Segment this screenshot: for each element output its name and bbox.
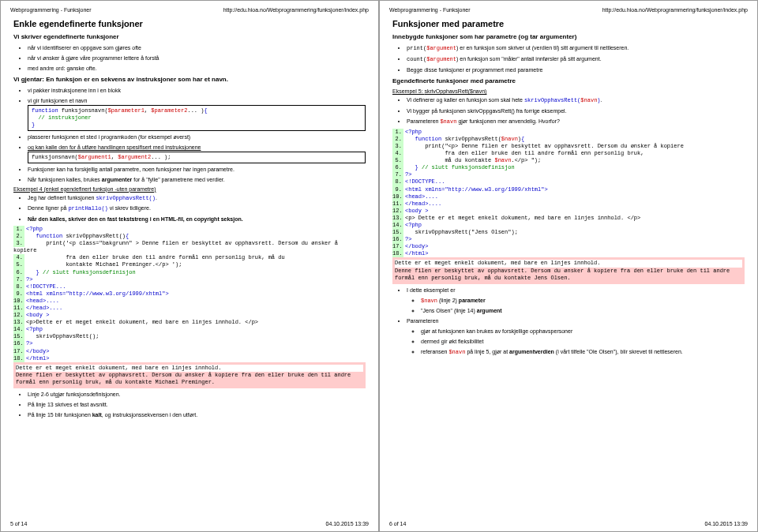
list-item: "Jens Olsen" (linje 14) argument — [421, 307, 745, 315]
output-line: Dette er et meget enkelt dokument, med b… — [395, 260, 742, 267]
t: på linje 5, gjør at — [465, 349, 509, 354]
t: Parameteren — [407, 318, 438, 324]
list-item: Når funksjonen kalles, brukes argumenter… — [28, 176, 366, 184]
list-ex5: Vi definerer og kaller en funksjon som s… — [392, 96, 745, 126]
t: for å "fylle" parametrene med verdier. — [132, 177, 224, 182]
t: print('<p class="bakgrunn" > Denne filen… — [46, 240, 338, 246]
output-line: Dette er et meget enkelt dokument, med b… — [16, 365, 363, 372]
fn: count( — [407, 56, 426, 62]
l: </head>.... — [405, 200, 441, 207]
subheading-userdef: Egendefinerte funksjoner med parametre — [392, 77, 745, 84]
list-item: Vi bygger på funksjonen skrivOppgavsRett… — [407, 107, 745, 115]
list-item: når vi ønsker å gjøre våre programmer le… — [28, 54, 366, 62]
t: skrivOpphavsRett($navn) — [424, 88, 486, 94]
var: $navn — [448, 349, 465, 355]
list-blocks: vi pakker instruksjonene inn i en blokk … — [13, 87, 366, 183]
t: fra den eller bruke den til andre formål… — [445, 150, 644, 156]
bold: argumentverdien — [509, 349, 554, 354]
text: vi gir funksjonen et navn — [28, 98, 88, 103]
l: </html> — [405, 250, 428, 257]
list-ex4: Jeg har definert funksjonen skrivOpphavs… — [13, 194, 366, 223]
code-listing-right: 1.<?php 2. function skrivOpphavsRett($na… — [392, 129, 745, 258]
var: $navn — [580, 97, 597, 103]
list-item: gjør at funksjonen kan brukes av forskje… — [421, 328, 745, 335]
l: <!DOCTYPE... — [405, 178, 445, 185]
page-header: Webprogrammering - Funksjoner http://edu… — [389, 7, 748, 13]
list-item: count($argument) en funksjon som "måler"… — [407, 55, 745, 64]
subheading-repeat: Vi gjentar: En funksjon er en sekvens av… — [13, 76, 366, 83]
bold: Når den kalles, skriver den en fast teks… — [28, 216, 243, 222]
t: kopiere — [13, 247, 36, 253]
l: <?php — [26, 226, 43, 232]
l: </head>.... — [26, 305, 62, 311]
timestamp: 04.10.2015 13:39 — [326, 521, 370, 526]
page-number: 6 of 14 — [389, 521, 406, 526]
l: ?> — [26, 340, 32, 347]
brace: } — [32, 122, 35, 128]
list-item: plasserer funksjonen et sted i programko… — [28, 133, 366, 141]
t: funksjonsnavn( — [58, 107, 108, 114]
t: Eksempel 5: — [392, 88, 424, 94]
t: I dette eksemplet er — [407, 287, 455, 293]
var: $argument — [426, 45, 456, 51]
kw: function — [415, 136, 442, 142]
l: ?> — [26, 276, 32, 283]
code-listing-left: 1.<?php 2. function skrivOpphavsRett(){ … — [13, 226, 366, 362]
var: $argument2 — [118, 154, 151, 160]
list-item: dermed gir økt fleksibilitet — [421, 338, 745, 346]
t: ... ) — [187, 107, 204, 114]
var: $argument1 — [78, 154, 111, 160]
t: vi skrev tidligere. — [108, 205, 151, 211]
fn: skrivOpphavsRett() — [96, 195, 156, 201]
list-footer-notes: Linje 2-6 utgjør funksjonsdefinisjonen. … — [13, 391, 366, 418]
t: (i vårt tilfelle "Ole Olsen"), blir skre… — [554, 349, 683, 354]
header-title: Webprogrammering - Funksjoner — [10, 7, 92, 13]
l: ?> — [405, 171, 411, 178]
list-item: I dette eksemplet er $navn (linje 2) par… — [407, 287, 745, 315]
t: .</p> "); — [511, 157, 541, 163]
l: <head>.... — [26, 298, 59, 304]
t: funksjonsnavn( — [32, 154, 78, 160]
code-block-definition: function funksjonsnavn($parameter1, $par… — [28, 105, 366, 131]
t: (linje 2) — [437, 298, 459, 303]
t: Jeg har definert funksjonen — [28, 195, 96, 200]
list-notes-right: I dette eksemplet er $navn (linje 2) par… — [392, 287, 745, 357]
var: $navn — [440, 118, 456, 125]
var: $parameter1 — [108, 107, 144, 114]
list-item: Parameteren $navn gjør funksjonen mer an… — [407, 118, 745, 126]
bold: argument — [477, 308, 502, 313]
list-item: med andre ord: ganske ofte. — [28, 65, 366, 73]
l: skrivOpphavsRett(); — [36, 333, 99, 339]
t: , — [111, 154, 118, 160]
l: </body> — [26, 348, 49, 354]
l: <p>Dette er et meget enkelt dokument, me… — [26, 319, 258, 325]
t: fra den eller bruke den til andre formål… — [66, 254, 284, 260]
list-item: Vi definerer og kaller en funksjon som s… — [407, 96, 745, 105]
kw: function — [32, 107, 58, 114]
page-number: 5 of 14 — [10, 521, 27, 526]
l: </body> — [405, 243, 428, 249]
header-url: http://edu.hioa.no/Webprogrammering/funk… — [602, 7, 748, 13]
comment: // slutt funksjonsdefinisjon — [39, 269, 136, 275]
list-item: På linje 15 blir funksjonen kalt, og ins… — [28, 411, 366, 419]
l: </html> — [26, 355, 49, 362]
list-item: Parameteren gjør at funksjonen kan bruke… — [407, 317, 745, 356]
l: <body > — [26, 312, 49, 318]
list-item: Når den kalles, skriver den en fast teks… — [28, 215, 366, 223]
t: skrivOpphavsRett( — [441, 136, 501, 142]
bold: argumenter — [102, 177, 133, 182]
list-item: print($argument) er en funksjon som skri… — [407, 44, 745, 53]
fn: skrivOpphavsRett( — [524, 97, 580, 103]
subheading-builtin: Innebygde funksjoner som har parametre (… — [392, 33, 745, 40]
header-url: http://edu.hioa.no/Webprogrammering/funk… — [223, 7, 369, 13]
var: $navn — [494, 157, 511, 163]
page-left: Webprogrammering - Funksjoner http://edu… — [0, 0, 379, 532]
output-line: Denne filen er beskyttet av opphavsrett.… — [395, 268, 730, 281]
output-box-right: Dette er et meget enkelt dokument, med b… — [392, 257, 745, 283]
example-5-title: Eksempel 5: skrivOpphavsRett($navn) — [392, 88, 745, 94]
comment: // instruksjoner — [38, 114, 91, 121]
bold: kalt — [92, 412, 102, 418]
code-block-call: funksjonsnavn($argument1, $argument2... … — [28, 152, 366, 163]
heading-right: Funksjoner med parametre — [392, 19, 745, 28]
t: , — [144, 107, 151, 114]
